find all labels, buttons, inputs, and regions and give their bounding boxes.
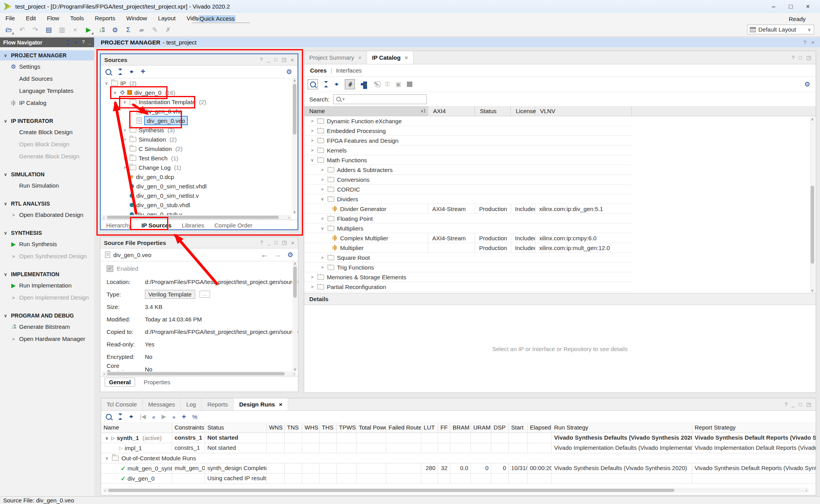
run-icon[interactable]: ▶ — [84, 26, 93, 34]
run-row-mult-gen-0-synth-1[interactable]: ✓mult_gen_0_synth_1 mult_gen_0synth_desi… — [101, 463, 816, 474]
settings-gear-icon[interactable] — [286, 68, 298, 76]
tree-item-veo-selected[interactable]: div_gen_0.veo — [101, 116, 298, 125]
tab-design-runs[interactable]: Design Runs — [234, 398, 288, 410]
catalog-row[interactable]: >Dynamic Function eXchange — [304, 116, 632, 126]
generate-bitstream-icon[interactable]: ↓0110 — [98, 26, 106, 34]
fn-section-simulation[interactable]: ∨SIMULATION — [0, 169, 94, 179]
float-panel-icon[interactable] — [282, 240, 287, 246]
catalog-row-complex-multiplier[interactable]: Complex MultiplierAXI4-StreamProductionI… — [304, 233, 632, 243]
fn-item-open-elaborated-design[interactable]: >Open Elaborated Design — [0, 209, 94, 221]
maximize-panel-icon[interactable] — [275, 240, 278, 246]
copy-icon[interactable]: ▥ — [58, 26, 66, 34]
catalog-row-multipliers[interactable]: ∨Multipliers — [304, 224, 632, 233]
tree-item[interactable]: div_gen_0_stub.vhdl — [101, 200, 298, 209]
search-icon[interactable] — [308, 79, 318, 89]
tab-ip-catalog[interactable]: IP Catalog — [367, 51, 414, 64]
settings-gear-icon[interactable] — [287, 251, 293, 259]
expander-closed-icon[interactable]: > — [310, 148, 315, 153]
settings-gear-icon[interactable] — [111, 26, 119, 34]
expander-closed-icon[interactable]: > — [122, 156, 127, 160]
subtab-interfaces[interactable]: Interfaces — [336, 67, 362, 74]
expander-open-icon[interactable]: ∨ — [122, 99, 127, 105]
minimize-panel-icon[interactable] — [267, 240, 270, 246]
float-panel-icon[interactable] — [806, 401, 811, 407]
catalog-row-dividers[interactable]: ∨Dividers — [304, 194, 632, 204]
create-run-icon[interactable]: + — [182, 413, 186, 421]
maximize-panel-icon[interactable] — [799, 55, 802, 60]
stop-icon[interactable]: ▰ — [137, 26, 146, 34]
run-row-synth-1[interactable]: ∨▷synth_1(active) constrs_1Not started V… — [101, 433, 816, 443]
ip-square-icon[interactable] — [407, 82, 412, 87]
run-group-out-of-context[interactable]: ∨ Out-of-Context Module Runs — [101, 453, 816, 463]
type-dropdown[interactable]: Verilog Template — [145, 290, 195, 299]
back-arrow-icon[interactable]: ← — [261, 251, 268, 259]
fn-section-ip-integrator[interactable]: ∨IP INTEGRATOR — [0, 116, 94, 126]
fn-item-run-implementation[interactable]: ▶Run Implementation — [0, 279, 94, 291]
catalog-row-divider-generator[interactable]: Divider GeneratorAXI4-StreamProductionIn… — [304, 204, 632, 214]
column-name[interactable]: Name∧1 — [304, 106, 428, 116]
expander-open-icon[interactable]: ∨ — [320, 197, 325, 202]
expand-all-icon[interactable] — [129, 69, 134, 75]
tree-item-instantiation-template[interactable]: ∨Instantiation Template(2) — [101, 97, 298, 106]
tab-compile-order[interactable]: Compile Order — [214, 222, 253, 229]
tab-reports[interactable]: Reports — [202, 398, 234, 410]
catalog-row[interactable]: >Floating Point — [304, 214, 632, 224]
tree-item[interactable]: C Simulation(2) — [101, 144, 298, 153]
fn-section-program-and-debug[interactable]: ∨PROGRAM AND DEBUG — [0, 311, 94, 321]
minimize-panel-icon[interactable] — [792, 401, 795, 407]
fn-item-settings[interactable]: Settings — [0, 60, 94, 73]
tree-item[interactable]: ∨IP(2) — [101, 78, 298, 88]
subtab-cores[interactable]: Cores — [310, 67, 327, 74]
ip-chip-icon[interactable]: ▣ — [396, 81, 401, 88]
close-window-icon[interactable]: × — [802, 3, 814, 10]
fn-item-generate-bitstream[interactable]: ↓0110Generate Bitstream — [0, 321, 94, 333]
catalog-row-multiplier[interactable]: MultiplierProductionIncludedxilinx.com:i… — [304, 243, 632, 253]
quick-access-search[interactable]: Quick Access — [192, 14, 250, 23]
cancel-icon[interactable]: ✗ — [164, 26, 172, 34]
menu-tools[interactable]: Tools — [65, 15, 89, 21]
expander-open-icon[interactable]: ∨ — [112, 90, 118, 95]
close-tab-icon[interactable] — [405, 54, 408, 61]
redo-icon[interactable]: ↷ — [31, 26, 39, 34]
catalog-row[interactable]: >Trig Functions — [304, 263, 632, 272]
expander-closed-icon[interactable]: > — [310, 119, 315, 123]
tree-item-vho[interactable]: div_gen_0.vho — [101, 106, 298, 116]
tab-messages[interactable]: Messages — [143, 398, 181, 410]
tree-item[interactable]: >Synthesis(3) — [101, 125, 298, 135]
expander-closed-icon[interactable]: > — [310, 138, 315, 143]
expander-closed-icon[interactable]: > — [320, 167, 325, 172]
help-icon[interactable] — [792, 55, 795, 60]
minimize-panel-icon[interactable] — [267, 57, 270, 63]
catalog-row-math-functions[interactable]: ∨Math Functions — [304, 155, 632, 165]
expander-closed-icon[interactable]: > — [320, 265, 325, 270]
tab-project-summary[interactable]: Project Summary — [304, 51, 367, 64]
undo-icon[interactable]: ↶ — [18, 26, 26, 34]
fn-section-rtl-analysis[interactable]: ∨RTL ANALYSIS — [0, 199, 94, 209]
float-panel-icon[interactable] — [806, 55, 811, 60]
tree-item[interactable]: >Change Log(1) — [101, 163, 298, 172]
expander-open-icon[interactable]: ∨ — [310, 158, 315, 163]
fn-item-run-synthesis[interactable]: ▶Run Synthesis — [0, 238, 94, 250]
tab-log[interactable]: Log — [181, 398, 202, 410]
enabled-checkbox[interactable]: ✓ — [107, 265, 113, 272]
expander-open-icon[interactable]: ∨ — [320, 226, 325, 231]
menu-file[interactable]: File — [0, 15, 20, 21]
more-button[interactable]: ... — [200, 291, 210, 298]
key-icon[interactable]: ⚿ — [385, 81, 390, 88]
expand-all-icon[interactable] — [334, 81, 339, 87]
percentage-icon[interactable]: % — [192, 413, 197, 420]
maximize-panel-icon[interactable] — [274, 57, 277, 63]
fn-section-synthesis[interactable]: ∨SYNTHESIS — [0, 228, 94, 238]
collapse-all-icon[interactable] — [324, 81, 328, 87]
tab-ip-sources[interactable]: IP Sources — [141, 222, 171, 229]
menu-layout[interactable]: Layout — [153, 15, 181, 21]
collapse-all-icon[interactable] — [118, 413, 123, 420]
group-by-icon[interactable] — [361, 82, 367, 87]
help-icon[interactable] — [260, 57, 263, 63]
add-sources-icon[interactable] — [141, 68, 145, 75]
close-panel-icon[interactable] — [291, 57, 294, 63]
catalog-row[interactable]: >Memories & Storage Elements — [304, 272, 632, 282]
horizontal-scrollbar[interactable]: ‹› — [102, 371, 296, 376]
catalog-row[interactable]: >Adders & Subtracters — [304, 165, 632, 175]
maximize-window-icon[interactable]: □ — [785, 3, 797, 10]
